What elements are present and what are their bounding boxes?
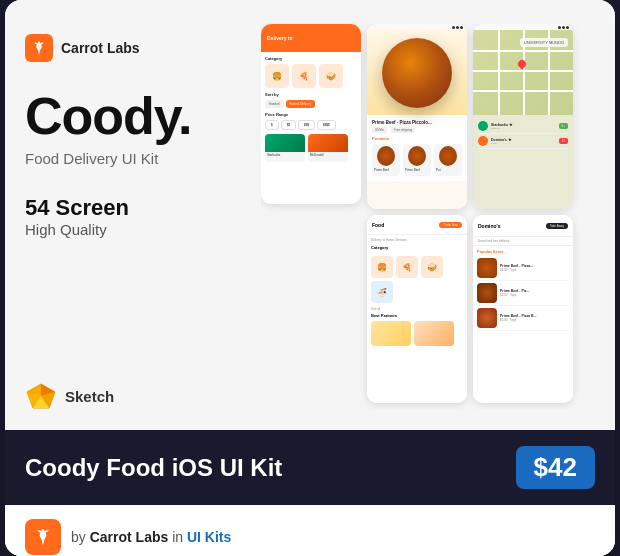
map-pin xyxy=(516,58,527,69)
screen-count: 54 Screen xyxy=(25,195,245,221)
author-icon xyxy=(25,519,61,555)
app-subtitle: Food Delivery UI Kit xyxy=(25,150,245,167)
screen-order-category: Food Order Now Delivery to Hanoi, Vietna… xyxy=(367,215,467,403)
preview-section: Carrot Labs Coody. Food Delivery UI Kit … xyxy=(5,0,615,430)
bottom-section: Coody Food iOS UI Kit $42 by Carrot Labs… xyxy=(5,430,615,556)
screen-category: Delivery to Category 🍔 🍕 🥪 Sort by xyxy=(261,24,361,204)
author-text: by Carrot Labs in UI Kits xyxy=(71,529,231,545)
mockups-area: Delivery to Category 🍔 🍕 🥪 Sort by xyxy=(261,24,595,410)
screen-pizza-detail: Prime Beef - Pizza Piccolo... 30 Min Fre… xyxy=(367,24,467,209)
phone-col-1: Delivery to Category 🍔 🍕 🥪 Sort by xyxy=(261,24,361,204)
category-link[interactable]: UI Kits xyxy=(187,529,231,545)
left-panel: Carrot Labs Coody. Food Delivery UI Kit … xyxy=(25,24,245,410)
price-tag: $42 xyxy=(516,446,595,489)
author-in: in xyxy=(172,529,183,545)
author-by: by xyxy=(71,529,86,545)
sketch-icon xyxy=(25,382,57,410)
sketch-row: Sketch xyxy=(25,382,245,410)
brand-name: Carrot Labs xyxy=(61,40,140,56)
phone-col-2: Prime Beef - Pizza Piccolo... 30 Min Fre… xyxy=(367,24,467,403)
screen-map: UNIVERSITY MUNDO Starbucks ★ 1000 m 6+ xyxy=(473,24,573,209)
title-price-row: Coody Food iOS UI Kit $42 xyxy=(5,430,615,505)
author-row: by Carrot Labs in UI Kits xyxy=(5,505,615,556)
screen-dominos: Domino's Take Away Great food free deliv… xyxy=(473,215,573,403)
brand-icon xyxy=(25,34,53,62)
sketch-label: Sketch xyxy=(65,388,114,405)
author-name[interactable]: Carrot Labs xyxy=(90,529,169,545)
kit-title: Coody Food iOS UI Kit xyxy=(25,454,282,482)
carrot-icon xyxy=(31,40,47,56)
app-title: Coody. xyxy=(25,90,245,142)
phone-col-3: UNIVERSITY MUNDO Starbucks ★ 1000 m 6+ xyxy=(473,24,573,403)
brand-row: Carrot Labs xyxy=(25,34,245,62)
screen-quality: High Quality xyxy=(25,221,245,238)
author-carrot-icon xyxy=(33,527,53,547)
product-card: Carrot Labs Coody. Food Delivery UI Kit … xyxy=(5,0,615,556)
